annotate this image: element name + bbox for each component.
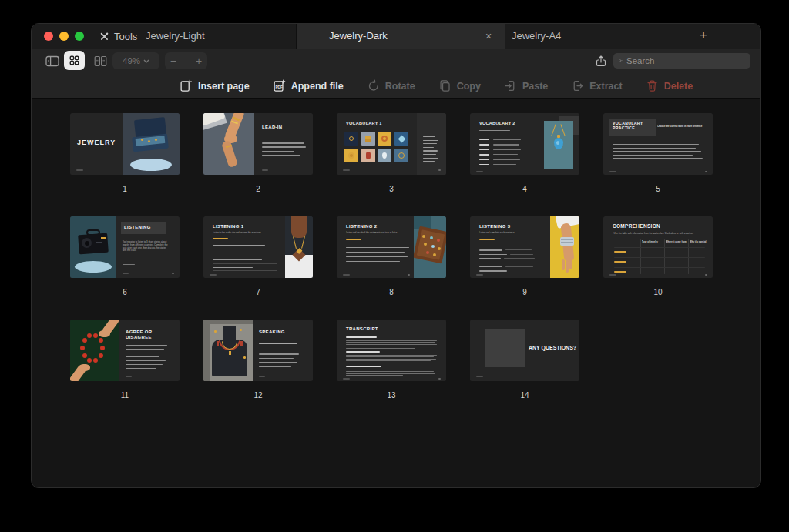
text-line	[493, 139, 521, 140]
slide-7[interactable]: LISTENING 1 Listen to the audio clip and…	[203, 216, 313, 278]
extract-icon	[571, 79, 584, 92]
zoom-in-button: +	[196, 55, 202, 67]
slide-13[interactable]: TRANSCRIPT	[337, 320, 446, 381]
slide-body-text: You're going to listen to 3 short storie…	[123, 240, 170, 253]
sidebar-icon	[45, 55, 59, 67]
slide-6[interactable]: LISTENING You're going to listen to 3 sh…	[70, 216, 180, 278]
text-line	[262, 139, 302, 139]
slide-instruction: Fill in the table with information from …	[613, 232, 707, 235]
append-file-button[interactable]: PDF Append file	[273, 79, 344, 92]
search-field[interactable]	[613, 53, 750, 69]
text-line	[346, 360, 431, 361]
zoom-out-button: −	[170, 55, 176, 67]
text-line	[640, 239, 641, 274]
thumbnail-grid: JEWELRY 1	[32, 99, 760, 400]
slide-14[interactable]: ANY QUESTIONS?	[470, 320, 579, 381]
text-line	[262, 151, 294, 152]
zoom-level-dropdown: 49%	[112, 52, 159, 69]
page-thumbnail-10[interactable]: COMPREHENSION Fill in the table with inf…	[603, 216, 713, 297]
text-line	[613, 166, 697, 166]
text-line	[476, 274, 483, 276]
extract-button: Extract	[571, 79, 622, 92]
copy-button: Copy	[438, 79, 481, 92]
text-line	[172, 273, 174, 274]
text-line	[213, 238, 228, 239]
traffic-lights	[44, 32, 84, 41]
text-line	[609, 274, 616, 276]
page-number: 7	[256, 288, 260, 297]
zoom-window-button[interactable]	[75, 32, 84, 41]
slide-4[interactable]: VOCABULARY 2	[470, 113, 579, 175]
tools-button[interactable]: Tools	[99, 24, 137, 49]
text-line	[123, 264, 135, 265]
text-line	[346, 363, 411, 363]
slide-8[interactable]: LISTENING 2 Listen and decide if the sta…	[337, 216, 446, 278]
paste-icon	[504, 79, 517, 92]
text-line	[343, 274, 350, 276]
slide-5[interactable]: VOCABULARY PRACTICE Choose the correct w…	[603, 113, 713, 175]
page-thumbnail-6[interactable]: LISTENING You're going to listen to 3 sh…	[70, 216, 180, 297]
page-number: 6	[123, 288, 127, 297]
bead-necklace-hands-illustration	[70, 320, 119, 381]
necklace-bust-illustration	[203, 320, 253, 381]
close-tab-icon[interactable]: ✕	[482, 30, 495, 42]
text-line	[479, 270, 507, 271]
share-button[interactable]	[592, 52, 610, 70]
tab-jewelry-a4[interactable]: Jewelry-A4	[512, 24, 561, 49]
slide-1[interactable]: JEWELRY	[70, 113, 180, 175]
page-thumbnail-14[interactable]: ANY QUESTIONS? 14	[470, 320, 579, 400]
text-line	[346, 371, 434, 372]
minimize-window-button[interactable]	[59, 32, 69, 41]
text-line	[343, 378, 350, 380]
page-thumbnail-8[interactable]: LISTENING 2 Listen and decide if the sta…	[337, 216, 446, 297]
search-icon	[619, 56, 623, 65]
thumbnail-pane: JEWELRY 1	[32, 99, 760, 488]
slide-title: LISTENING 3	[479, 224, 510, 229]
trash-icon	[646, 79, 659, 92]
text-line	[346, 366, 381, 367]
page-thumbnail-2[interactable]: LEAD-IN 2	[203, 113, 313, 194]
page-thumbnail-1[interactable]: JEWELRY 1	[70, 113, 180, 194]
page-thumbnail-12[interactable]: SPEAKING 12	[203, 320, 313, 400]
text-line	[346, 261, 400, 262]
text-line	[438, 378, 441, 380]
text-line	[479, 266, 502, 267]
page-number: 4	[522, 185, 527, 194]
copy-label: Copy	[457, 81, 481, 92]
tab-jewelry-dark[interactable]: Jewelry-Dark ✕	[296, 24, 505, 49]
page-thumbnail-13[interactable]: TRANSCRIPT 13	[337, 320, 446, 400]
page-thumbnail-5[interactable]: VOCABULARY PRACTICE Choose the correct w…	[603, 113, 713, 194]
slide-10[interactable]: COMPREHENSION Fill in the table with inf…	[603, 216, 713, 278]
paste-button: Paste	[504, 79, 548, 92]
sidebar-toggle-button[interactable]	[42, 52, 62, 70]
two-page-view-button[interactable]	[90, 52, 110, 70]
text-line	[493, 159, 520, 160]
close-window-button[interactable]	[44, 32, 53, 41]
text-line	[479, 249, 502, 250]
insert-page-button[interactable]: Insert page	[180, 79, 250, 92]
zoom-stepper: − +	[165, 52, 207, 69]
search-input[interactable]	[626, 56, 745, 65]
append-file-icon: PDF	[273, 79, 286, 92]
slide-12[interactable]: SPEAKING	[203, 320, 313, 381]
page-thumbnail-11[interactable]: AGREE OR DISAGREE 11	[70, 320, 180, 400]
paste-label: Paste	[522, 81, 548, 92]
page-thumbnail-3[interactable]: VOCABULARY 1 3	[337, 113, 446, 194]
tab-jewelry-light[interactable]: Jewelry-Light	[146, 24, 205, 49]
slide-2[interactable]: LEAD-IN	[203, 113, 313, 175]
thumbnail-view-button[interactable]	[64, 51, 85, 70]
text-line	[510, 254, 533, 255]
text-line	[614, 267, 705, 268]
page-thumbnail-4[interactable]: VOCABULARY 2 4	[470, 113, 579, 194]
slide-11[interactable]: AGREE OR DISAGREE	[70, 320, 180, 381]
slide-3[interactable]: VOCABULARY 1	[337, 113, 446, 175]
text-line	[505, 249, 532, 250]
word-list-panel	[417, 113, 446, 175]
slide-title: SPEAKING	[259, 330, 285, 334]
slide-9[interactable]: LISTENING 3 Listen and complete each sen…	[470, 216, 579, 278]
page-thumbnail-9[interactable]: LISTENING 3 Listen and complete each sen…	[470, 216, 579, 297]
new-tab-button[interactable]: +	[694, 24, 713, 49]
page-thumbnail-7[interactable]: LISTENING 1 Listen to the audio clip and…	[203, 216, 313, 297]
slide-instruction: Listen and decide if the statements are …	[346, 231, 404, 234]
slide-title: LISTENING 2	[346, 224, 377, 229]
